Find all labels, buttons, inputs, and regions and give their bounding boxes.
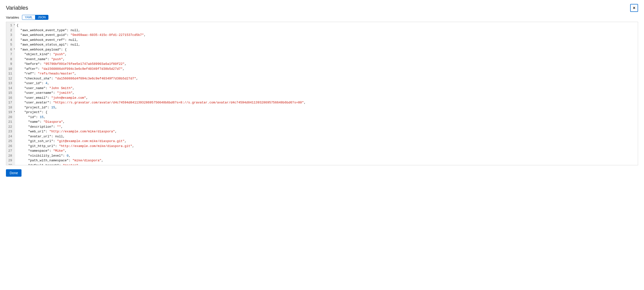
toolbar-label: Variables bbox=[6, 16, 19, 19]
modal-header: Variables × bbox=[6, 4, 638, 12]
code-line: "before": "95790bf891e76fee5e1747ab58990… bbox=[16, 62, 638, 67]
line-number: 2 bbox=[6, 28, 14, 33]
line-number: 29 bbox=[6, 158, 14, 163]
variables-modal: Variables × Variables YAML JSON 12345678… bbox=[0, 0, 644, 180]
line-number: 14 bbox=[6, 86, 14, 91]
line-number: 22 bbox=[6, 124, 14, 129]
line-number: 25 bbox=[6, 139, 14, 144]
line-gutter: 1234567891011121314151617181920212223242… bbox=[6, 22, 15, 165]
code-line: "web_url": "http://example.com/mike/dias… bbox=[16, 129, 638, 134]
json-toggle[interactable]: JSON bbox=[35, 15, 48, 20]
line-number: 12 bbox=[6, 76, 14, 81]
line-number: 27 bbox=[6, 148, 14, 153]
line-number: 6 bbox=[6, 47, 14, 52]
code-line: "user_email": "john@example.com", bbox=[16, 96, 638, 100]
done-button[interactable]: Done bbox=[6, 169, 22, 177]
line-number: 30 bbox=[6, 163, 14, 166]
code-line: "awx_webhook_event_type": null, bbox=[16, 28, 638, 33]
code-content[interactable]: {"awx_webhook_event_type": null,"awx_web… bbox=[15, 22, 638, 165]
code-line: "git_ssh_url": "git@example.com:mike/dia… bbox=[16, 139, 638, 144]
close-icon: × bbox=[633, 6, 636, 11]
code-line: "awx_webhook_event_guid": "0ed69aac-6035… bbox=[16, 33, 638, 38]
code-line: "git_http_url": "http://example.com/mike… bbox=[16, 144, 638, 149]
line-number: 4 bbox=[6, 38, 14, 43]
line-number: 11 bbox=[6, 71, 14, 76]
code-line: "id": 15, bbox=[16, 115, 638, 120]
line-number: 16 bbox=[6, 96, 14, 100]
code-line: "user_name": "John Smith", bbox=[16, 86, 638, 91]
line-number: 13 bbox=[6, 81, 14, 86]
line-number: 18 bbox=[6, 105, 14, 110]
code-line: "event_name": "push", bbox=[16, 57, 638, 62]
code-line: "description": "", bbox=[16, 124, 638, 129]
line-number: 26 bbox=[6, 144, 14, 149]
line-number: 28 bbox=[6, 153, 14, 158]
line-number: 7 bbox=[6, 52, 14, 57]
line-number: 3 bbox=[6, 33, 14, 38]
code-line: "awx_webhook_payload": { bbox=[16, 47, 638, 52]
code-line: "after": "da1560886d4f094c3e6c9ef40349f7… bbox=[16, 67, 638, 72]
code-line: "user_id": 4, bbox=[16, 81, 638, 86]
line-number: 21 bbox=[6, 120, 14, 124]
code-line: "ref": "refs/heads/master", bbox=[16, 71, 638, 76]
editor-toolbar: Variables YAML JSON bbox=[6, 15, 638, 20]
code-line: "avatar_url": null, bbox=[16, 134, 638, 139]
code-line: "awx_webhook_event_ref": null, bbox=[16, 38, 638, 43]
yaml-toggle[interactable]: YAML bbox=[22, 15, 35, 20]
line-number: 8 bbox=[6, 57, 14, 62]
modal-footer: Done bbox=[6, 169, 638, 177]
line-number: 1 bbox=[6, 23, 14, 28]
code-line: "default_branch": "master", bbox=[16, 163, 638, 165]
code-line: "user_avatar": "https://s.gravatar.com/a… bbox=[16, 100, 638, 105]
line-number: 10 bbox=[6, 67, 14, 72]
code-line: { bbox=[16, 23, 638, 28]
line-number: 20 bbox=[6, 115, 14, 120]
code-line: "project": { bbox=[16, 110, 638, 115]
line-number: 19 bbox=[6, 110, 14, 115]
close-button[interactable]: × bbox=[630, 4, 638, 12]
code-line: "path_with_namespace": "mike/diaspora", bbox=[16, 158, 638, 163]
code-line: "checkout_sha": "da1560886d4f094c3e6c9ef… bbox=[16, 76, 638, 81]
line-number: 17 bbox=[6, 100, 14, 105]
format-toggle: YAML JSON bbox=[22, 15, 48, 20]
line-number: 15 bbox=[6, 91, 14, 96]
code-editor[interactable]: 1234567891011121314151617181920212223242… bbox=[6, 22, 638, 165]
modal-title: Variables bbox=[6, 5, 28, 11]
line-number: 24 bbox=[6, 134, 14, 139]
code-line: "namespace": "Mike", bbox=[16, 148, 638, 153]
code-line: "user_username": "jsmith", bbox=[16, 91, 638, 96]
code-line: "object_kind": "push", bbox=[16, 52, 638, 57]
line-number: 23 bbox=[6, 129, 14, 134]
line-number: 5 bbox=[6, 42, 14, 47]
code-line: "name": "Diaspora", bbox=[16, 120, 638, 124]
line-number: 9 bbox=[6, 62, 14, 67]
code-line: "project_id": 15, bbox=[16, 105, 638, 110]
code-line: "awx_webhook_status_api": null, bbox=[16, 42, 638, 47]
code-line: "visibility_level": 0, bbox=[16, 153, 638, 158]
